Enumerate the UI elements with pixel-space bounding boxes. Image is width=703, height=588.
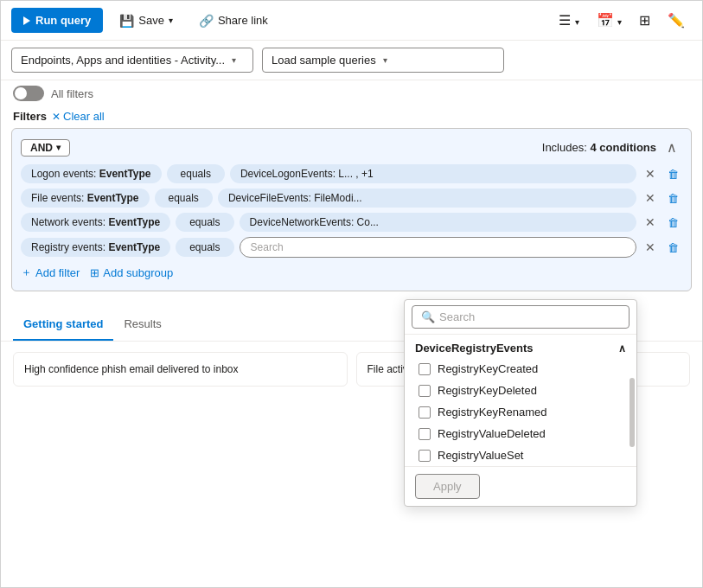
filter-row: File events: EventType equals DeviceFile…	[21, 189, 682, 208]
delete-row-button-2[interactable]: 🗑	[664, 214, 682, 231]
remove-value-button-2[interactable]: ✕	[642, 214, 659, 231]
remove-value-button-3[interactable]: ✕	[642, 239, 659, 256]
add-subgroup-label: Add subgroup	[103, 266, 173, 279]
add-filter-label: Add filter	[35, 266, 80, 279]
clear-icon: ✕	[52, 111, 61, 123]
source-selector[interactable]: Endpoints, Apps and identities - Activit…	[11, 48, 253, 73]
selectors-row: Endpoints, Apps and identities - Activit…	[1, 41, 702, 80]
tab-getting-started[interactable]: Getting started	[13, 312, 113, 341]
collapse-button[interactable]: ∧	[661, 137, 682, 157]
item-label-4: RegistryValueSet	[438, 449, 523, 462]
source-chevron-icon: ▾	[232, 55, 236, 65]
and-chevron-icon: ▾	[56, 143, 61, 152]
operator-tag-3[interactable]: equals	[176, 238, 233, 257]
delete-row-button-0[interactable]: 🗑	[664, 166, 682, 182]
dropdown-list-area: DeviceRegistryEvents ∧ RegistryKeyCreate…	[405, 335, 636, 466]
sample-queries-selector[interactable]: Load sample queries ▾	[262, 48, 504, 73]
dropdown-item-3[interactable]: RegistryValueDeleted	[405, 423, 636, 444]
dropdown-group-header: DeviceRegistryEvents ∧	[405, 335, 636, 358]
save-button[interactable]: 💾 Save ▾	[110, 9, 182, 33]
share-icon: 🔗	[199, 14, 214, 28]
includes-text: Includes: 4 conditions	[542, 141, 656, 154]
apply-btn-row: Apply	[405, 466, 636, 506]
checkbox-4[interactable]	[419, 450, 431, 462]
apply-button[interactable]: Apply	[415, 474, 480, 499]
checkbox-2[interactable]	[419, 406, 431, 419]
filter-row: Registry events: EventType equals Search…	[21, 237, 682, 258]
code-view-button[interactable]: ✏️	[661, 8, 692, 33]
dropdown-scrollbar[interactable]	[630, 378, 635, 447]
run-query-label: Run query	[35, 14, 91, 27]
item-label-2: RegistryKeyRenamed	[438, 406, 546, 419]
table-settings-button[interactable]: ⊞	[632, 8, 657, 33]
checkbox-0[interactable]	[419, 363, 431, 375]
results-tab-label: Results	[124, 317, 161, 330]
filter-group-header: AND ▾ Includes: 4 conditions ∧	[21, 137, 682, 157]
checkbox-3[interactable]	[419, 428, 431, 440]
clear-all-button[interactable]: ✕ Clear all	[52, 110, 105, 123]
dropdown-item-2[interactable]: RegistryKeyRenamed	[405, 401, 636, 423]
search-icon: 🔍	[421, 310, 435, 323]
save-icon: 💾	[119, 14, 134, 28]
share-link-label: Share link	[218, 14, 268, 27]
item-label-1: RegistryKeyDeleted	[438, 384, 537, 397]
field-tag-1[interactable]: File events: EventType	[21, 189, 150, 208]
add-filter-button[interactable]: ＋ Add filter	[21, 263, 80, 282]
dropdown-item-1[interactable]: RegistryKeyDeleted	[405, 380, 636, 401]
list-view-button[interactable]: ☰ ▾	[552, 8, 585, 33]
gs-card-0[interactable]: High confidence phish email delivered to…	[13, 352, 348, 387]
play-icon	[23, 16, 30, 25]
remove-value-button-1[interactable]: ✕	[642, 189, 659, 207]
sample-queries-label: Load sample queries	[272, 54, 376, 67]
all-filters-label: All filters	[51, 87, 93, 100]
and-badge[interactable]: AND ▾	[21, 139, 70, 157]
operator-tag-0[interactable]: equals	[167, 164, 225, 183]
condition-count: 4 conditions	[590, 141, 656, 154]
field-tag-3[interactable]: Registry events: EventType	[21, 238, 170, 257]
clear-all-label: Clear all	[63, 110, 105, 123]
dropdown-item-4[interactable]: RegistryValueSet	[405, 444, 636, 466]
field-tag-2[interactable]: Network events: EventType	[21, 213, 170, 232]
value-tag-1[interactable]: DeviceFileEvents: FileModi...	[218, 189, 636, 208]
filters-label: Filters	[13, 110, 47, 123]
dropdown-search-row: 🔍 Search	[405, 300, 636, 335]
checkbox-1[interactable]	[419, 385, 431, 397]
filter-row: Network events: EventType equals DeviceN…	[21, 213, 682, 232]
value-dropdown: 🔍 Search DeviceRegistryEvents ∧ Registry…	[404, 299, 637, 507]
field-tag-0[interactable]: Logon events: EventType	[21, 164, 162, 183]
toolbar: Run query 💾 Save ▾ 🔗 Share link ☰ ▾ 📅 ▾ …	[1, 1, 702, 41]
filter-group: AND ▾ Includes: 4 conditions ∧ Logon eve…	[11, 128, 692, 291]
gs-card-0-label: High confidence phish email delivered to…	[24, 363, 238, 375]
includes-prefix: Includes:	[542, 141, 587, 154]
delete-row-button-3[interactable]: 🗑	[664, 240, 682, 256]
toolbar-right: ☰ ▾ 📅 ▾ ⊞ ✏️	[552, 8, 692, 33]
delete-row-button-1[interactable]: 🗑	[664, 190, 682, 207]
plus-icon: ＋	[21, 265, 32, 280]
share-link-button[interactable]: 🔗 Share link	[189, 9, 278, 33]
add-subgroup-button[interactable]: ⊞ Add subgroup	[90, 263, 173, 282]
apply-label: Apply	[433, 480, 462, 493]
source-label: Endpoints, Apps and identities - Activit…	[21, 54, 225, 67]
value-search-tag-3[interactable]: Search	[240, 237, 636, 258]
getting-started-tab-label: Getting started	[23, 317, 103, 330]
save-label: Save	[138, 14, 164, 27]
subgroup-icon: ⊞	[90, 266, 99, 279]
operator-tag-2[interactable]: equals	[176, 213, 233, 232]
dropdown-item-0[interactable]: RegistryKeyCreated	[405, 358, 636, 380]
remove-value-button-0[interactable]: ✕	[642, 165, 659, 182]
filter-row: Logon events: EventType equals DeviceLog…	[21, 164, 682, 183]
save-chevron-icon: ▾	[169, 16, 173, 25]
run-query-button[interactable]: Run query	[11, 8, 103, 33]
toggle-knob	[15, 87, 27, 99]
collapse-group-icon[interactable]: ∧	[618, 342, 626, 355]
dropdown-search-input[interactable]: 🔍 Search	[412, 305, 630, 329]
filter-actions: ＋ Add filter ⊞ Add subgroup	[21, 263, 682, 282]
all-filters-toggle[interactable]	[13, 86, 44, 101]
item-label-0: RegistryKeyCreated	[438, 362, 538, 375]
tab-results[interactable]: Results	[113, 312, 171, 341]
value-tag-2[interactable]: DeviceNetworkEvents: Co...	[240, 213, 636, 232]
operator-tag-1[interactable]: equals	[155, 189, 213, 208]
value-tag-0[interactable]: DeviceLogonEvents: L... , +1	[230, 164, 636, 183]
calendar-button[interactable]: 📅 ▾	[590, 8, 629, 33]
and-label: AND	[30, 142, 53, 154]
